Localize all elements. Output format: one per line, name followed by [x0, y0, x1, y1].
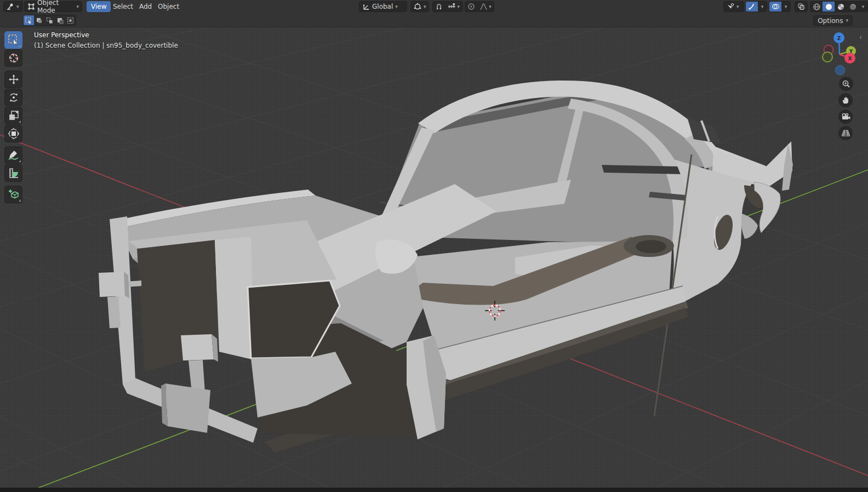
viewport-view-name: User Perspective: [34, 31, 89, 39]
tool-add-cube[interactable]: [4, 186, 22, 203]
proportional-falloff-dropdown[interactable]: ▾: [477, 2, 494, 12]
shading-rendered-icon: [849, 3, 857, 11]
gizmo-neg-y-ball: [823, 52, 832, 62]
toggle-xray-icon: [797, 3, 805, 10]
window-bottom-edge: [0, 488, 868, 492]
proportional-edit-icon: [467, 3, 475, 10]
zoom-button[interactable]: [839, 77, 853, 91]
show-gizmos-toggle[interactable]: [746, 2, 758, 12]
svg-text:Z: Z: [837, 36, 841, 41]
pivot-point-icon: [414, 3, 421, 10]
overlays-dropdown[interactable]: ▾: [781, 2, 790, 12]
tool-transform[interactable]: [4, 125, 22, 142]
shading-rendered-button[interactable]: [847, 2, 859, 12]
gizmos-icon: [748, 3, 756, 10]
car-model-sn95[interactable]: [99, 81, 793, 453]
menu-object[interactable]: Object: [153, 1, 184, 12]
select-mode-extend[interactable]: [44, 15, 55, 25]
select-mode-intersect[interactable]: [65, 15, 76, 25]
magnifier-plus-icon: [842, 79, 850, 88]
viewport-scene: [0, 0, 868, 492]
shading-mode-group: ▾: [810, 1, 868, 12]
measure-icon: [8, 167, 20, 179]
toggle-xray-button[interactable]: [795, 1, 808, 12]
tool-select-box[interactable]: [4, 31, 22, 49]
shading-solid-button[interactable]: [823, 2, 835, 12]
shading-wireframe-button[interactable]: [810, 2, 823, 12]
editor-type-button[interactable]: ▾: [3, 1, 23, 12]
proportional-edit-toggle[interactable]: [465, 2, 477, 12]
toggle-perspective-button[interactable]: [838, 126, 853, 140]
shading-material-icon: [837, 3, 845, 11]
transform-orientation-dropdown[interactable]: Global ▾: [359, 1, 407, 12]
chevron-down-icon: ▾: [489, 4, 492, 9]
svg-text:X: X: [848, 56, 852, 61]
pivot-point-dropdown[interactable]: ▾: [410, 1, 429, 12]
object-mode-icon: [27, 3, 35, 10]
add-cube-icon: [8, 188, 20, 201]
chevron-down-icon: ▾: [846, 18, 848, 23]
select-mode-tweak[interactable]: [24, 15, 34, 25]
chevron-down-icon: ▾: [395, 4, 398, 9]
select-mode-subtract[interactable]: [55, 15, 65, 25]
move-icon: [8, 73, 20, 85]
menu-view[interactable]: View: [87, 1, 111, 12]
chevron-down-icon: ▾: [424, 4, 426, 9]
options-dropdown[interactable]: Options ▾: [813, 15, 853, 26]
show-object-types-dropdown[interactable]: ▾: [723, 1, 744, 12]
menu-select[interactable]: Select: [108, 1, 138, 12]
mode-label: Object Mode: [37, 0, 74, 14]
gizmos-group: ▾: [745, 1, 767, 12]
pan-button[interactable]: [838, 93, 853, 107]
gizmo-neg-z-ball: [836, 66, 845, 75]
snap-group: ▾: [432, 1, 463, 12]
overlays-group: ▾: [769, 1, 791, 12]
shading-dropdown[interactable]: ▾: [859, 2, 867, 12]
tool-move[interactable]: [4, 71, 22, 88]
select-box-icon: [8, 34, 20, 46]
chevron-down-icon: ▾: [16, 4, 19, 9]
camera-view-button[interactable]: [838, 110, 853, 124]
rotate-icon: [8, 91, 20, 104]
svg-text:Y: Y: [849, 49, 853, 54]
tool-scale[interactable]: [4, 107, 22, 124]
navigation-gizmo[interactable]: Z Y X: [815, 30, 865, 79]
tool-measure[interactable]: [4, 164, 22, 182]
camera-icon: [841, 112, 850, 121]
orientation-axes-icon: [362, 3, 370, 10]
overlays-icon: [772, 3, 779, 10]
magnet-icon: [435, 3, 443, 10]
chevron-down-icon: ▾: [457, 4, 460, 9]
show-object-types-icon: [727, 3, 734, 10]
snap-toggle-button[interactable]: [433, 2, 445, 12]
snap-increment-icon: [448, 3, 456, 10]
mode-dropdown[interactable]: Object Mode ▾: [24, 1, 82, 12]
select-mode-group: [23, 15, 76, 26]
shading-material-button[interactable]: [835, 2, 847, 12]
scale-icon: [8, 110, 20, 122]
shading-solid-icon: [825, 3, 833, 11]
options-label: Options: [818, 17, 843, 25]
shading-wireframe-icon: [813, 3, 821, 11]
chevron-down-icon: ▾: [76, 4, 79, 9]
show-overlays-toggle[interactable]: [769, 2, 781, 12]
snap-target-dropdown[interactable]: ▾: [445, 2, 462, 12]
sidebar-collapse-arrow[interactable]: ‹: [859, 33, 862, 41]
tool-cursor[interactable]: [4, 49, 22, 67]
perspective-grid-icon: [841, 129, 850, 138]
3d-cursor-icon: [8, 52, 20, 64]
select-mode-new[interactable]: [34, 15, 44, 25]
3d-viewport[interactable]: User Perspective (1) Scene Collection | …: [0, 0, 868, 492]
falloff-curve-icon: [479, 3, 488, 10]
gizmos-dropdown[interactable]: ▾: [758, 2, 767, 12]
tool-rotate[interactable]: [4, 89, 22, 106]
chevron-down-icon: ▾: [736, 4, 739, 9]
transform-icon: [8, 128, 20, 140]
tool-annotate[interactable]: [4, 146, 22, 164]
editor-type-3d-viewport-icon: [7, 3, 14, 10]
annotate-pencil-icon: [8, 149, 20, 161]
proportional-edit-group: ▾: [465, 1, 494, 12]
viewport-active-object: (1) Scene Collection | sn95_body_coverti…: [34, 42, 178, 49]
orientation-label: Global: [372, 3, 393, 10]
hand-icon: [841, 96, 850, 105]
